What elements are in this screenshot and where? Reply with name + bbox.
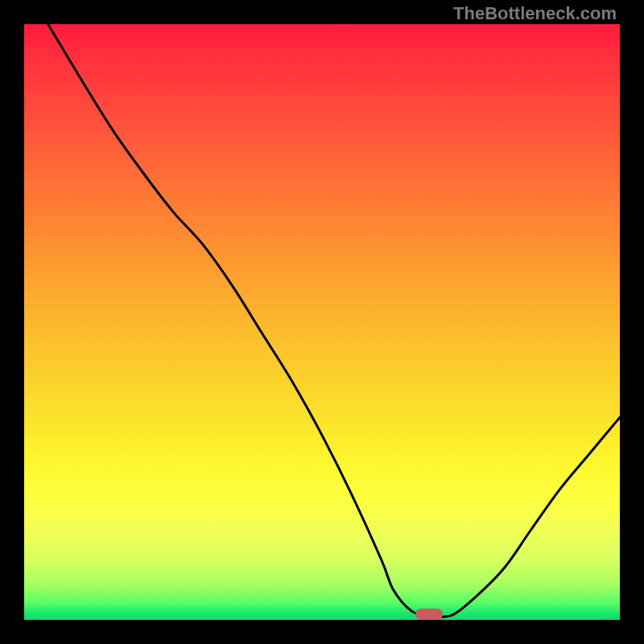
bottleneck-curve bbox=[24, 24, 620, 620]
chart-frame: TheBottleneck.com bbox=[0, 0, 644, 644]
optimal-point-marker bbox=[415, 609, 443, 620]
watermark-label: TheBottleneck.com bbox=[453, 3, 617, 24]
plot-area bbox=[24, 24, 620, 620]
